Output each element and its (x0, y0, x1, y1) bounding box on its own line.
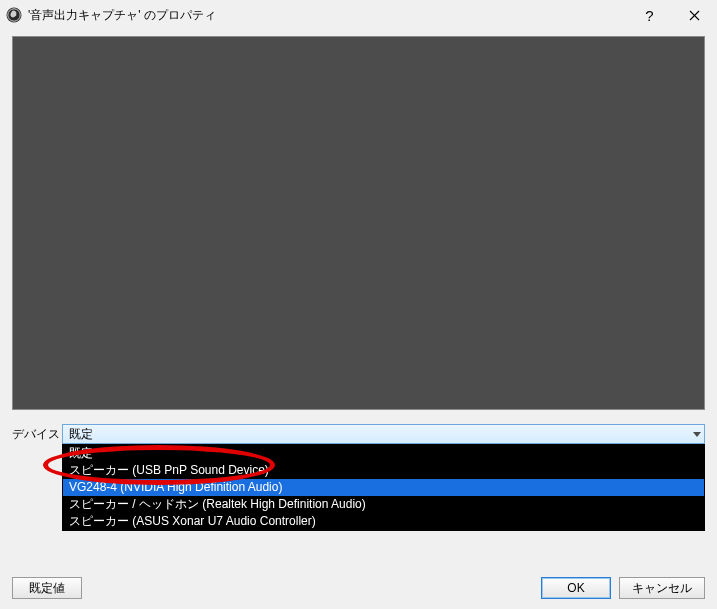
dialog-button-bar: 既定値 OK キャンセル (0, 577, 717, 599)
help-button[interactable]: ? (627, 0, 672, 30)
titlebar: '音声出力キャプチャ' のプロパティ ? (0, 0, 717, 30)
close-button[interactable] (672, 0, 717, 30)
device-current-value: 既定 (69, 426, 93, 443)
obs-icon (6, 7, 22, 23)
device-dropdown[interactable]: 既定 スピーカー (USB PnP Sound Device) VG248-4 … (62, 444, 705, 531)
close-icon (689, 10, 700, 21)
device-option[interactable]: VG248-4 (NVIDIA High Definition Audio) (63, 479, 704, 496)
window-title: '音声出力キャプチャ' のプロパティ (28, 7, 216, 24)
device-option[interactable]: スピーカー (ASUS Xonar U7 Audio Controller) (63, 513, 704, 530)
device-label: デバイス (12, 426, 62, 443)
device-option[interactable]: 既定 (63, 445, 704, 462)
ok-button[interactable]: OK (541, 577, 611, 599)
device-option[interactable]: スピーカー / ヘッドホン (Realtek High Definition A… (63, 496, 704, 513)
defaults-button[interactable]: 既定値 (12, 577, 82, 599)
source-preview (12, 36, 705, 410)
device-combobox[interactable]: 既定 (62, 424, 705, 444)
device-option[interactable]: スピーカー (USB PnP Sound Device) (63, 462, 704, 479)
cancel-button[interactable]: キャンセル (619, 577, 705, 599)
chevron-down-icon (693, 427, 701, 441)
device-row: デバイス 既定 既定 スピーカー (USB PnP Sound Device) … (0, 424, 717, 444)
